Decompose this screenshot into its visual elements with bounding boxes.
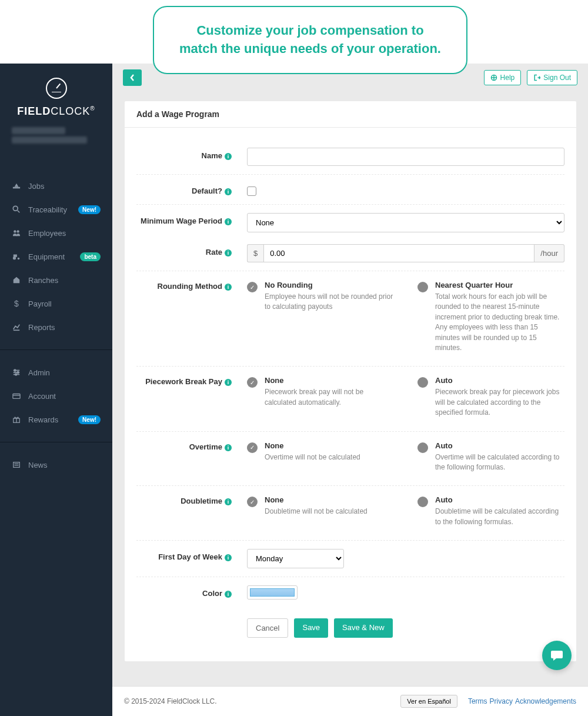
acknowledgements-link[interactable]: Acknowledgements xyxy=(515,697,576,705)
default-checkbox[interactable] xyxy=(247,187,256,196)
option-title: None xyxy=(265,376,394,385)
language-button[interactable]: Ver en Español xyxy=(400,695,457,708)
label-mwp: Minimum Wage Periodi xyxy=(136,213,236,225)
promo-banner-text: Customize your job compensation to match… xyxy=(178,22,443,58)
info-icon[interactable]: i xyxy=(225,249,232,257)
users-icon xyxy=(12,228,21,238)
option-desc: Piecework break pay will not be calculat… xyxy=(265,387,394,408)
option-desc: Employee hours will not be rounded prior… xyxy=(265,292,394,312)
option-desc: Overtime will not be calculated xyxy=(265,452,360,462)
label-doubletime: Doubletimei xyxy=(136,495,236,505)
new-badge: New! xyxy=(78,415,101,424)
sidebar-item-reports[interactable]: Reports xyxy=(0,315,112,339)
unit-addon: /hour xyxy=(534,244,564,262)
logo-text: FIELDCLOCK® xyxy=(12,105,101,118)
beta-badge: beta xyxy=(80,252,101,261)
barn-icon xyxy=(12,275,21,285)
sidebar-item-account[interactable]: Account xyxy=(0,384,112,408)
sidebar-item-traceability[interactable]: Traceability New! xyxy=(0,198,112,221)
back-button[interactable] xyxy=(123,69,142,86)
privacy-link[interactable]: Privacy xyxy=(490,697,513,705)
info-icon[interactable]: i xyxy=(225,554,232,561)
svg-point-3 xyxy=(14,230,16,232)
promo-banner: Customize your job compensation to match… xyxy=(153,6,467,74)
info-icon[interactable]: i xyxy=(225,153,232,160)
save-and-new-button[interactable]: Save & New xyxy=(334,618,393,638)
help-button[interactable]: Help xyxy=(484,70,522,85)
new-badge: New! xyxy=(78,205,101,214)
option-title: Auto xyxy=(435,376,564,385)
doubletime-auto-radio[interactable] xyxy=(417,497,428,507)
overtime-none-radio[interactable]: ✓ xyxy=(247,442,258,453)
copyright-text: © 2015-2024 FieldClock LLC. xyxy=(124,697,217,705)
footer: © 2015-2024 FieldClock LLC. Ver en Españ… xyxy=(112,686,588,716)
info-icon[interactable]: i xyxy=(225,379,232,386)
chart-icon xyxy=(12,322,21,332)
rounding-none-radio[interactable]: ✓ xyxy=(247,282,258,292)
signout-button[interactable]: Sign Out xyxy=(527,70,577,85)
info-icon[interactable]: i xyxy=(225,444,232,451)
option-title: Auto xyxy=(435,441,564,450)
sidebar-item-rewards[interactable]: Rewards New! xyxy=(0,408,112,431)
brand-logo: FIELDCLOCK® xyxy=(0,64,112,125)
svg-point-13 xyxy=(17,372,19,374)
sidebar-item-admin[interactable]: Admin xyxy=(0,361,112,384)
info-icon[interactable]: i xyxy=(225,498,232,505)
label-name: Namei xyxy=(136,148,236,160)
mwp-select[interactable]: None xyxy=(247,213,564,232)
svg-point-14 xyxy=(15,374,17,375)
sidebar-user-blurred xyxy=(0,127,112,153)
svg-point-4 xyxy=(16,230,19,232)
piecework-auto-radio[interactable] xyxy=(417,377,428,388)
label-first-day: First Day of Weeki xyxy=(136,549,236,561)
first-day-select[interactable]: Monday xyxy=(247,549,344,568)
sidebar-item-label: Equipment xyxy=(28,252,65,261)
news-icon xyxy=(12,460,21,469)
sliders-icon xyxy=(12,368,21,377)
sidebar-item-label: Payroll xyxy=(28,299,52,308)
sidebar-item-label: Jobs xyxy=(28,182,44,191)
chat-button[interactable] xyxy=(542,641,572,670)
sidebar-item-jobs[interactable]: Jobs xyxy=(0,174,112,198)
option-title: None xyxy=(265,441,360,450)
sidebar-item-equipment[interactable]: Equipment beta xyxy=(0,245,112,268)
doubletime-none-radio[interactable]: ✓ xyxy=(247,497,258,507)
info-icon[interactable]: i xyxy=(225,591,232,598)
label-default: Default?i xyxy=(136,183,236,195)
option-title: None xyxy=(265,495,368,504)
sidebar-item-news[interactable]: News xyxy=(0,453,112,477)
option-desc: Piecework break pay for piecework jobs w… xyxy=(435,387,564,418)
sidebar-item-label: Ranches xyxy=(28,276,58,285)
terms-link[interactable]: Terms xyxy=(468,697,487,705)
chat-icon xyxy=(550,648,564,662)
sidebar-item-label: Reports xyxy=(28,323,55,332)
jobs-icon xyxy=(12,181,21,191)
svg-line-2 xyxy=(18,211,20,213)
logo-icon xyxy=(46,78,67,99)
name-input[interactable] xyxy=(247,148,564,166)
color-swatch xyxy=(250,588,295,597)
piecework-none-radio[interactable]: ✓ xyxy=(247,377,258,388)
sidebar-item-payroll[interactable]: $ Payroll xyxy=(0,292,112,315)
card-icon xyxy=(12,391,21,401)
sidebar-item-employees[interactable]: Employees xyxy=(0,221,112,245)
info-icon[interactable]: i xyxy=(225,188,232,195)
info-icon[interactable]: i xyxy=(225,218,232,225)
overtime-auto-radio[interactable] xyxy=(417,442,428,453)
rate-input[interactable] xyxy=(263,244,534,262)
save-button[interactable]: Save xyxy=(294,618,328,638)
currency-addon: $ xyxy=(247,244,263,262)
info-icon[interactable]: i xyxy=(225,284,232,291)
svg-rect-15 xyxy=(13,394,20,399)
sidebar-item-ranches[interactable]: Ranches xyxy=(0,268,112,292)
svg-rect-19 xyxy=(14,462,20,468)
svg-rect-7 xyxy=(14,255,17,257)
dollar-icon: $ xyxy=(12,299,21,308)
tractor-icon xyxy=(12,252,21,261)
rounding-quarter-radio[interactable] xyxy=(417,282,428,292)
color-picker[interactable] xyxy=(247,585,298,600)
sidebar-item-label: Account xyxy=(28,392,56,401)
gift-icon xyxy=(12,415,21,424)
label-rounding: Rounding Methodi xyxy=(136,281,236,291)
cancel-button[interactable]: Cancel xyxy=(247,618,288,638)
